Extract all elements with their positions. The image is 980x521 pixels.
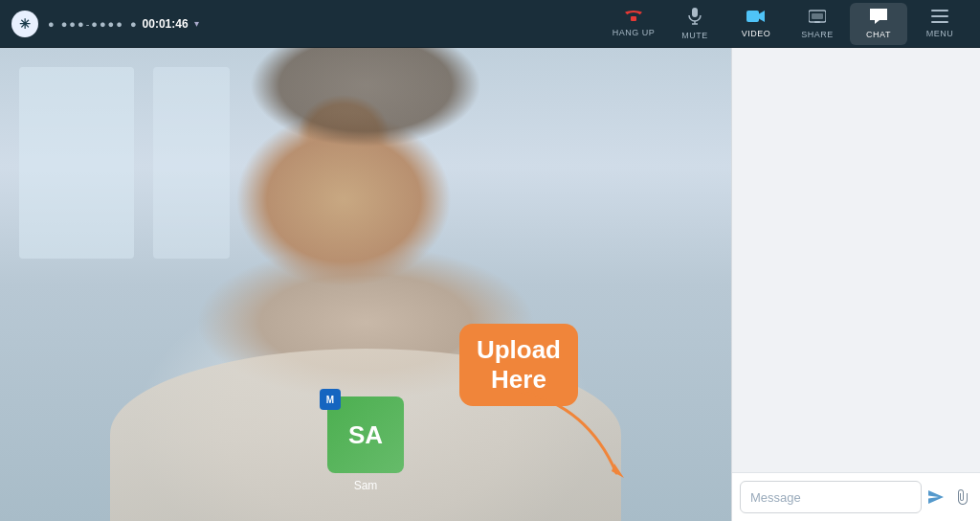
- video-label: VIDEO: [742, 29, 771, 38]
- chat-panel: [731, 48, 980, 521]
- svg-rect-1: [692, 8, 698, 17]
- participant-small: M SA Sam: [327, 396, 404, 492]
- attach-button[interactable]: [951, 483, 973, 511]
- message-input[interactable]: [740, 481, 922, 513]
- window-light-2: [153, 67, 230, 259]
- svg-rect-0: [631, 16, 636, 21]
- hang-up-label: HANG UP: [612, 28, 656, 37]
- dropdown-arrow-icon[interactable]: ▾: [194, 18, 199, 29]
- chat-label: CHAT: [866, 30, 891, 39]
- mute-label: MUTE: [681, 31, 708, 40]
- video-button[interactable]: VIDEO: [727, 3, 785, 45]
- upload-line1: Upload: [477, 335, 561, 365]
- chat-footer: [732, 472, 980, 521]
- participant-name: Sam: [354, 479, 378, 492]
- logo-icon: ✳: [11, 11, 38, 37]
- main-content: M SA Sam Upload Here: [0, 48, 980, 521]
- svg-rect-9: [931, 15, 948, 17]
- topbar-nav: HANG UP MUTE VIDEO: [605, 3, 969, 45]
- menu-button[interactable]: MENU: [911, 3, 969, 45]
- hang-up-button[interactable]: HANG UP: [605, 3, 662, 45]
- svg-rect-4: [746, 11, 759, 22]
- call-info: ● ●●●-●●●● ● 00:01:46 ▾: [48, 17, 199, 31]
- svg-rect-7: [814, 21, 820, 23]
- svg-rect-10: [931, 21, 948, 23]
- hair-bg: [219, 48, 512, 172]
- video-area: M SA Sam Upload Here: [0, 48, 731, 521]
- send-button[interactable]: [925, 483, 947, 511]
- call-number: ● ●●●-●●●●: [48, 17, 124, 31]
- topbar: ✳ ● ●●●-●●●● ● 00:01:46 ▾ HANG UP: [0, 0, 980, 48]
- call-timer: 00:01:46: [143, 17, 189, 31]
- share-icon: [809, 9, 826, 27]
- share-label: SHARE: [801, 30, 834, 39]
- window-light: [19, 67, 134, 259]
- participant-badge: M: [320, 389, 341, 410]
- logo-symbol: ✳: [19, 16, 31, 32]
- mute-button[interactable]: MUTE: [666, 3, 724, 45]
- hang-up-icon: [625, 10, 642, 25]
- chat-button[interactable]: CHAT: [850, 3, 907, 45]
- topbar-left: ✳ ● ●●●-●●●● ● 00:01:46 ▾: [11, 11, 199, 37]
- mute-icon: [688, 8, 702, 28]
- menu-label: MENU: [926, 29, 954, 38]
- chat-body: [732, 48, 980, 472]
- video-icon: [746, 10, 766, 26]
- upload-arrow-icon: [511, 387, 626, 483]
- menu-icon: [931, 10, 948, 26]
- chat-icon: [870, 9, 887, 27]
- share-button[interactable]: SHARE: [789, 3, 846, 45]
- participant-initials: SA: [348, 420, 383, 450]
- participant-avatar: M SA: [327, 396, 404, 473]
- svg-rect-6: [812, 13, 823, 19]
- svg-rect-8: [931, 10, 948, 11]
- upload-annotation: Upload Here: [459, 324, 578, 406]
